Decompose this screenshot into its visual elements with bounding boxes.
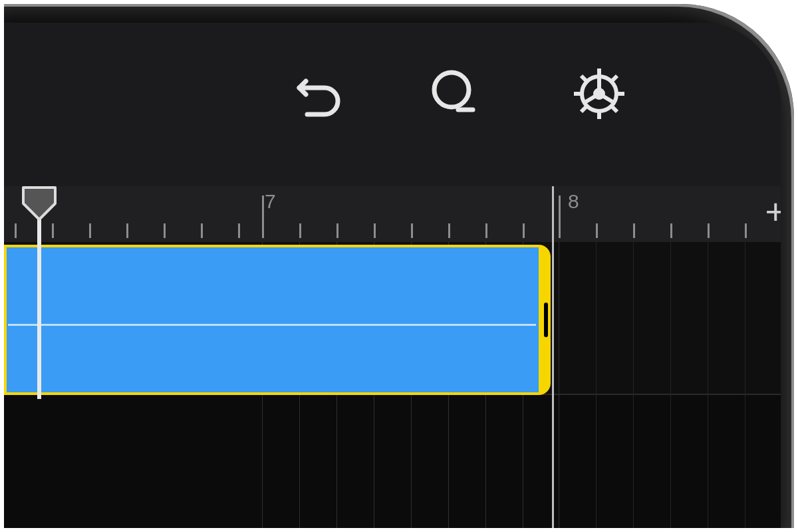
- ruler-minor-tick: [411, 223, 413, 238]
- ruler-minor-tick: [89, 223, 91, 238]
- clip-trim-handle[interactable]: [544, 303, 548, 337]
- add-section-button[interactable]: +: [765, 191, 781, 232]
- gear-icon: [571, 65, 628, 122]
- ruler-minor-tick: [633, 223, 635, 238]
- audio-clip[interactable]: [4, 245, 551, 395]
- ruler-minor-tick: [52, 223, 54, 238]
- ruler-minor-tick: [201, 223, 203, 238]
- undo-button[interactable]: [290, 64, 350, 124]
- top-toolbar: [4, 64, 781, 137]
- ruler-minor-tick: [374, 223, 376, 238]
- svg-point-0: [434, 72, 469, 107]
- ruler-minor-tick: [15, 223, 17, 238]
- ruler-minor-tick: [164, 223, 166, 238]
- ruler-minor-tick: [670, 223, 672, 238]
- grid-line: [745, 242, 745, 528]
- settings-button[interactable]: [569, 64, 629, 124]
- grid-line: [708, 242, 708, 528]
- grid-line: [670, 242, 671, 528]
- grid-line: [596, 242, 597, 528]
- waveform: [8, 324, 536, 326]
- loop-icon: [425, 66, 481, 122]
- ruler-minor-tick: [745, 223, 747, 238]
- ruler-minor-tick: [126, 223, 128, 238]
- ruler-major-tick: [559, 196, 561, 238]
- playhead[interactable]: [37, 186, 41, 399]
- clip-body: [7, 247, 539, 392]
- ruler-minor-tick: [336, 223, 338, 238]
- app-screen: 78 +: [4, 23, 781, 528]
- ruler-minor-tick: [485, 223, 487, 238]
- ruler-minor-tick: [299, 223, 301, 238]
- loop-button[interactable]: [423, 64, 483, 124]
- ruler-minor-tick: [596, 223, 598, 238]
- ruler-bar-number: 7: [265, 190, 276, 213]
- grid-line: [559, 242, 559, 528]
- add-label: +: [765, 192, 781, 231]
- ruler-bar-number: 8: [568, 190, 579, 213]
- ruler-minor-tick: [448, 223, 450, 238]
- timeline-ruler[interactable]: 78: [4, 186, 781, 242]
- grid-line: [633, 242, 634, 528]
- empty-track-area: [4, 394, 781, 528]
- section-end-line[interactable]: [552, 186, 554, 528]
- phone-bezel: 78 +: [4, 4, 794, 528]
- playhead-marker-icon: [19, 186, 59, 223]
- ruler-minor-tick: [708, 223, 710, 238]
- ruler-minor-tick: [238, 223, 240, 238]
- ruler-minor-tick: [523, 223, 525, 238]
- undo-icon: [294, 68, 346, 120]
- ruler-major-tick: [262, 196, 264, 238]
